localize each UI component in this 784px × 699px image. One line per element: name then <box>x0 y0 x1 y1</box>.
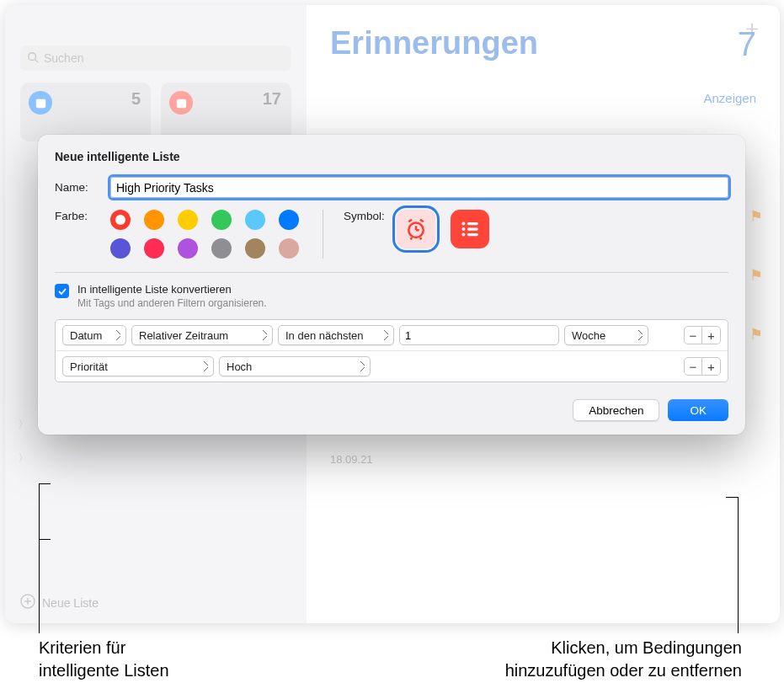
color-label: Farbe: <box>55 210 99 222</box>
name-label: Name: <box>55 181 99 194</box>
new-list-label: Neue Liste <box>42 596 99 610</box>
field-popup[interactable]: Priorität <box>62 356 214 376</box>
item-date: 18.09.21 <box>330 453 373 466</box>
color-swatch[interactable] <box>245 238 265 259</box>
color-swatch[interactable] <box>279 210 299 230</box>
svg-rect-18 <box>467 233 478 236</box>
new-smart-list-dialog: Neue intelligente Liste Name: Farbe: Sym… <box>38 135 745 435</box>
add-row-button[interactable]: + <box>702 357 721 376</box>
svg-rect-17 <box>467 227 478 230</box>
criteria-row: Datum Relativer Zeitraum In den nächsten… <box>56 320 728 350</box>
value-popup[interactable]: Hoch <box>219 356 371 376</box>
color-swatch[interactable] <box>110 210 131 230</box>
criteria-box: Datum Relativer Zeitraum In den nächsten… <box>55 319 728 382</box>
color-swatch[interactable] <box>178 210 198 230</box>
show-button[interactable]: Anzeigen <box>703 91 756 105</box>
range-popup[interactable]: In den nächsten <box>278 325 394 345</box>
remove-row-button[interactable]: − <box>684 326 702 344</box>
symbol-clock-icon[interactable] <box>397 210 435 248</box>
color-swatch[interactable] <box>178 238 198 259</box>
svg-point-15 <box>461 233 465 237</box>
flag-icon: ⚑ <box>749 325 763 344</box>
dialog-title: Neue intelligente Liste <box>55 150 728 163</box>
search-placeholder: Suchen <box>44 51 83 65</box>
operator-popup[interactable]: Relativer Zeitraum <box>131 325 273 345</box>
disclosure-icon[interactable]: 〉 <box>19 451 28 464</box>
divider <box>55 272 728 273</box>
disclosure-icon[interactable]: 〉 <box>19 418 28 430</box>
plus-circle-icon <box>20 594 35 611</box>
svg-point-0 <box>29 52 36 60</box>
svg-point-14 <box>461 227 465 231</box>
callout-line <box>39 483 40 633</box>
callout-right: Klicken, um Bedingungen hinzuzufügen ode… <box>505 637 742 682</box>
callout-line <box>726 497 738 498</box>
svg-rect-16 <box>467 222 478 225</box>
today-card[interactable]: 5 <box>20 83 151 141</box>
color-swatch[interactable] <box>245 210 265 230</box>
field-popup[interactable]: Datum <box>62 325 126 345</box>
list-count: 7 <box>738 25 756 63</box>
flag-column: ⚑ ⚑ ⚑ <box>749 207 763 344</box>
divider <box>323 210 323 259</box>
callout-text: Klicken, um Bedingungen <box>505 637 742 659</box>
convert-label: In intelligente Liste konvertieren <box>77 283 267 296</box>
callout-line <box>39 483 51 484</box>
color-swatch[interactable] <box>144 238 164 259</box>
scheduled-card[interactable]: 17 <box>161 83 291 141</box>
svg-line-1 <box>35 59 39 62</box>
add-row-button[interactable]: + <box>702 326 721 344</box>
list-title: Erinnerungen <box>330 25 756 61</box>
callout-line <box>39 539 51 540</box>
symbol-label: Symbol: <box>344 210 385 222</box>
remove-row-button[interactable]: − <box>684 357 702 376</box>
callout-text: intelligente Listen <box>39 659 169 682</box>
scheduled-count: 17 <box>263 89 281 109</box>
number-input[interactable] <box>399 325 559 345</box>
flag-icon: ⚑ <box>749 207 763 226</box>
color-swatch[interactable] <box>144 210 164 230</box>
color-swatch[interactable] <box>211 210 232 230</box>
today-count: 5 <box>131 89 141 109</box>
search-field[interactable]: Suchen <box>20 45 291 71</box>
calendar-red-icon <box>169 91 193 115</box>
callout-line <box>738 497 739 633</box>
svg-rect-3 <box>35 99 45 101</box>
name-input[interactable] <box>110 177 728 198</box>
color-swatch[interactable] <box>279 238 299 259</box>
cancel-button[interactable]: Abbrechen <box>573 399 659 421</box>
ok-button[interactable]: OK <box>668 399 728 421</box>
new-list-button[interactable]: Neue Liste <box>20 594 99 611</box>
convert-sublabel: Mit Tags und anderen Filtern organisiere… <box>77 297 267 309</box>
criteria-row: Priorität Hoch − + <box>56 350 728 382</box>
callout-left: Kriterien für intelligente Listen <box>39 637 169 682</box>
svg-rect-4 <box>176 99 185 107</box>
symbol-list-icon[interactable] <box>451 210 489 248</box>
calendar-icon <box>29 91 52 115</box>
color-swatch[interactable] <box>110 238 131 259</box>
flag-icon: ⚑ <box>749 266 763 285</box>
svg-line-11 <box>411 237 412 240</box>
svg-point-13 <box>461 222 465 226</box>
convert-checkbox[interactable] <box>55 284 69 298</box>
color-swatch[interactable] <box>211 238 232 259</box>
svg-line-12 <box>420 237 421 240</box>
callout-text: Kriterien für <box>39 637 169 659</box>
color-grid <box>110 210 302 259</box>
unit-popup[interactable]: Woche <box>564 325 648 345</box>
callout-text: hinzuzufügen oder zu entfernen <box>505 659 742 682</box>
search-icon <box>27 51 39 66</box>
